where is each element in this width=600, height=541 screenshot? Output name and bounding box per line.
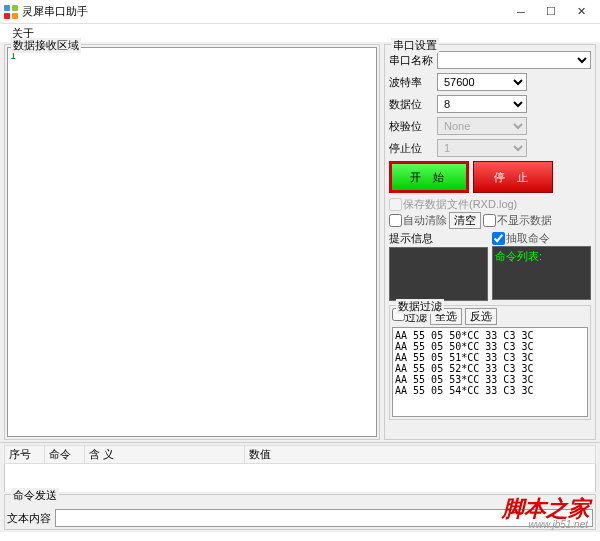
save-log-checkbox[interactable]: 保存数据文件(RXD.log) — [389, 197, 517, 212]
minimize-button[interactable]: ─ — [506, 0, 536, 24]
extract-checkbox[interactable]: 抽取命令 — [492, 231, 550, 246]
window-title: 灵犀串口助手 — [22, 4, 506, 19]
menubar: 关于 — [0, 24, 600, 42]
stop-button[interactable]: 停 止 — [473, 161, 553, 193]
send-label: 命令发送 — [11, 488, 59, 503]
invert-button[interactable]: 反选 — [465, 308, 497, 325]
watermark-url: www.jb51.net — [529, 519, 588, 530]
hint-label: 提示信息 — [389, 231, 488, 246]
col-value[interactable]: 数值 — [245, 446, 596, 464]
filter-label: 数据过滤 — [396, 299, 444, 314]
text-content-label: 文本内容 — [7, 511, 51, 526]
titlebar: 灵犀串口助手 ─ ☐ ✕ — [0, 0, 600, 24]
col-meaning[interactable]: 含 义 — [85, 446, 245, 464]
baud-label: 波特率 — [389, 75, 433, 90]
recv-textarea[interactable]: 1 — [7, 47, 377, 437]
filter-fieldset: 数据过滤 过滤 全选 反选 AA 55 05 50*CC 33 C3 3C AA… — [389, 305, 591, 420]
col-cmd[interactable]: 命令 — [45, 446, 85, 464]
no-display-checkbox[interactable]: 不显示数据 — [483, 213, 552, 228]
col-seq[interactable]: 序号 — [5, 446, 45, 464]
close-button[interactable]: ✕ — [566, 0, 596, 24]
app-icon — [4, 5, 18, 19]
maximize-button[interactable]: ☐ — [536, 0, 566, 24]
start-button[interactable]: 开 始 — [389, 161, 469, 193]
settings-label: 串口设置 — [391, 38, 439, 53]
hint-panel — [389, 247, 488, 301]
settings-fieldset: 串口设置 串口名称 波特率 57600 数据位 8 校验位 None 停止位 1 — [384, 44, 596, 440]
port-select[interactable] — [437, 51, 591, 69]
port-label: 串口名称 — [389, 53, 433, 68]
baud-select[interactable]: 57600 — [437, 73, 527, 91]
databits-label: 数据位 — [389, 97, 433, 112]
parity-select[interactable]: None — [437, 117, 527, 135]
filter-list[interactable]: AA 55 05 50*CC 33 C3 3C AA 55 05 50*CC 3… — [392, 327, 588, 417]
stopbits-label: 停止位 — [389, 141, 433, 156]
clear-button[interactable]: 清空 — [449, 212, 481, 229]
auto-clear-checkbox[interactable]: 自动清除 — [389, 213, 447, 228]
recv-label: 数据接收区域 — [11, 38, 81, 53]
cmd-list-panel: 命令列表: — [492, 246, 591, 300]
stopbits-select[interactable]: 1 — [437, 139, 527, 157]
data-table: 序号 命令 含 义 数值 — [4, 445, 596, 464]
recv-fieldset: 数据接收区域 1 — [4, 44, 380, 440]
databits-select[interactable]: 8 — [437, 95, 527, 113]
parity-label: 校验位 — [389, 119, 433, 134]
table-body[interactable] — [4, 464, 596, 494]
data-table-area: 序号 命令 含 义 数值 — [0, 442, 600, 492]
